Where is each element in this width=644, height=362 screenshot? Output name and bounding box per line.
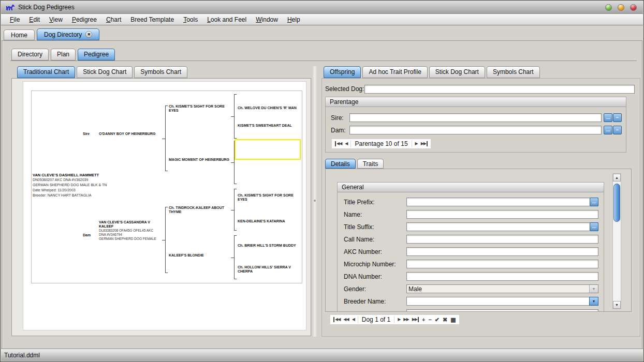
scroll-down-icon[interactable]: ▼ xyxy=(613,301,621,309)
menu-view[interactable]: View xyxy=(45,15,67,24)
menu-chart[interactable]: Chart xyxy=(101,15,126,24)
dam-breed: GERMAN SHEPHERD DOG FEMALE xyxy=(99,237,160,241)
close-button[interactable] xyxy=(630,4,637,11)
selected-dog-input[interactable] xyxy=(364,85,635,94)
parentage-first-button[interactable]: ◀◀ xyxy=(335,141,342,146)
status-bar: Tutorial.ddml xyxy=(1,349,643,361)
dam-name: VAN CLEVE'S CASSANDRA V KALEEF xyxy=(99,220,160,229)
tab-symbols-chart-right[interactable]: Symbols Chart xyxy=(487,66,540,78)
dam-input[interactable] xyxy=(349,126,602,134)
title-prefix-label: Title Prefix: xyxy=(344,199,406,206)
tab-adhoc-trait-profile[interactable]: Ad hoc Trait Profile xyxy=(362,66,427,78)
title-prefix-lookup-button[interactable]: ... xyxy=(590,198,598,206)
sire-lookup-button[interactable]: ... xyxy=(604,113,612,122)
dna-number-input[interactable] xyxy=(406,272,598,281)
chart-subject-block[interactable]: VAN CLEVE'S DASHIELL HAMMETT DN05360207 … xyxy=(33,173,131,198)
microchip-input[interactable] xyxy=(406,260,598,268)
menu-help[interactable]: Help xyxy=(283,15,305,24)
record-commit-button[interactable]: ✔ xyxy=(435,317,440,322)
record-cancel-button[interactable]: ✖ xyxy=(443,317,447,322)
call-name-input[interactable] xyxy=(406,235,598,244)
name-input[interactable] xyxy=(406,210,598,219)
record-prev-button[interactable]: ◀ xyxy=(352,317,355,322)
chart-node-gg1[interactable]: Ch. WELOVE DU CHIEN'S 'R' MAN xyxy=(238,106,301,110)
chart-node-gg2[interactable]: KISMET'S SWEETHEART DEAL xyxy=(238,124,301,128)
record-next-page-button[interactable]: ▶▶ xyxy=(403,317,408,322)
parentage-prev-button[interactable]: ◀ xyxy=(345,141,347,146)
chart-node-sire-sire[interactable]: Ch. KISMET'S SIGHT FOR SORE EYES xyxy=(169,104,233,113)
menu-pedigree[interactable]: Pedigree xyxy=(67,15,101,24)
record-prev-page-button[interactable]: ◀◀ xyxy=(343,317,348,322)
scroll-up-icon[interactable]: ▲ xyxy=(613,174,621,182)
record-last-button[interactable]: ▶▶ xyxy=(412,317,419,322)
name-row: Name: xyxy=(344,210,598,219)
chart-node-sire[interactable]: O'DANNY BOY OF HEINERBURG xyxy=(99,132,156,136)
chart-node-gg5[interactable]: Ch. BRIER HILL'S STORM BUDDY xyxy=(238,244,301,248)
tab-close-icon[interactable]: ✖ xyxy=(85,31,92,38)
parentage-last-button[interactable]: ▶▶ xyxy=(421,141,428,146)
chart-tab-bar: Traditional Chart Stick Dog Chart Symbol… xyxy=(17,66,187,78)
tab-traits[interactable]: Traits xyxy=(357,159,384,169)
tab-offspring[interactable]: Offspring xyxy=(324,66,361,78)
scrollbar-thumb[interactable] xyxy=(613,184,620,222)
tab-symbols-chart-left[interactable]: Symbols Chart xyxy=(134,66,187,78)
selected-dog-label: Selected Dog: xyxy=(325,85,364,93)
menu-edit[interactable]: Edit xyxy=(24,15,45,24)
subject-breed: GERMAN SHEPHERD DOG MALE BLK & TN xyxy=(33,183,131,188)
sire-remove-button[interactable]: − xyxy=(613,113,622,122)
dam-remove-button[interactable]: − xyxy=(613,126,622,134)
menu-breed-template[interactable]: Breed Template xyxy=(126,15,179,24)
sire-label: Sire xyxy=(83,132,90,136)
tab-pedigree[interactable]: Pedigree xyxy=(78,49,115,61)
tab-plan[interactable]: Plan xyxy=(51,49,76,61)
tab-home[interactable]: Home xyxy=(4,29,35,40)
general-header: General xyxy=(338,183,604,192)
status-filename: Tutorial.ddml xyxy=(4,352,40,359)
chart-node-gg4[interactable]: KEN-DELAINE'S KATARINA xyxy=(238,219,301,223)
chart-node-dam[interactable]: VAN CLEVE'S CASSANDRA V KALEEF DL8338320… xyxy=(99,220,160,241)
chart-node-dam-sire[interactable]: Ch. TINDROCK-KALEEF ABOUT THYME xyxy=(169,206,233,214)
record-add-button[interactable]: + xyxy=(422,317,425,322)
dam-lookup-button[interactable]: ... xyxy=(604,126,612,134)
akc-number-row: AKC Number: xyxy=(344,247,598,256)
selected-chart-cell[interactable] xyxy=(235,139,301,160)
details-scrollbar[interactable]: ▲ ▼ xyxy=(612,173,621,309)
clipped-input[interactable] xyxy=(406,309,598,312)
panel-splitter[interactable] xyxy=(312,66,318,337)
menu-file[interactable]: File xyxy=(5,15,24,24)
dna-number-row: DNA Number: xyxy=(344,272,598,281)
akc-number-input[interactable] xyxy=(406,247,598,256)
title-suffix-row: Title Suffix: ... xyxy=(344,222,598,231)
maximize-button[interactable] xyxy=(618,4,624,11)
title-suffix-lookup-button[interactable]: ... xyxy=(590,222,598,231)
record-first-button[interactable]: ◀◀ xyxy=(333,317,340,322)
tab-traditional-chart[interactable]: Traditional Chart xyxy=(17,66,75,78)
tab-stick-dog-chart-left[interactable]: Stick Dog Chart xyxy=(77,66,133,78)
subject-whelped: Date Whelped: 11/20/2003 xyxy=(33,188,131,193)
gg-bracket-3 xyxy=(234,189,237,231)
menu-look-and-feel[interactable]: Look and Feel xyxy=(202,15,251,24)
record-grid-button[interactable]: ▦ xyxy=(450,317,456,322)
title-prefix-input[interactable] xyxy=(406,198,598,206)
title-suffix-input[interactable] xyxy=(406,222,598,231)
minimize-button[interactable] xyxy=(605,4,612,11)
breeder-select[interactable]: ▼ xyxy=(406,297,598,306)
sire-input[interactable] xyxy=(349,113,602,122)
tab-directory[interactable]: Directory xyxy=(11,49,49,61)
chart-node-sire-dam[interactable]: MAGIC MOMENT OF HEINERBURG xyxy=(169,158,239,162)
record-delete-button[interactable]: − xyxy=(428,317,431,322)
tab-stick-dog-chart-right[interactable]: Stick Dog Chart xyxy=(429,66,485,78)
menu-tools[interactable]: Tools xyxy=(179,15,202,24)
record-next-button[interactable]: ▶ xyxy=(398,317,400,322)
gender-select[interactable]: Male ▼ xyxy=(406,284,598,293)
chart-node-gg3[interactable]: Ch. KISMET'S SIGHT FOR SORE EYES xyxy=(238,193,301,202)
tab-dog-directory[interactable]: Dog Directory ✖ xyxy=(37,28,99,40)
tab-details[interactable]: Details xyxy=(325,159,356,169)
parentage-next-button[interactable]: ▶ xyxy=(415,141,418,146)
breeder-dropdown-icon[interactable]: ▼ xyxy=(589,297,598,306)
chart-node-gg6[interactable]: Ch. HOLLOW HILLS' SIERRA V CHERPA xyxy=(238,265,301,274)
chart-node-dam-dam[interactable]: KALEEF'S BLONDIE xyxy=(169,253,239,258)
menu-bar: File Edit View Pedigree Chart Breed Temp… xyxy=(1,14,643,25)
menu-window[interactable]: Window xyxy=(251,15,283,24)
tab-stick-dog-chart-left-label: Stick Dog Chart xyxy=(83,68,126,76)
